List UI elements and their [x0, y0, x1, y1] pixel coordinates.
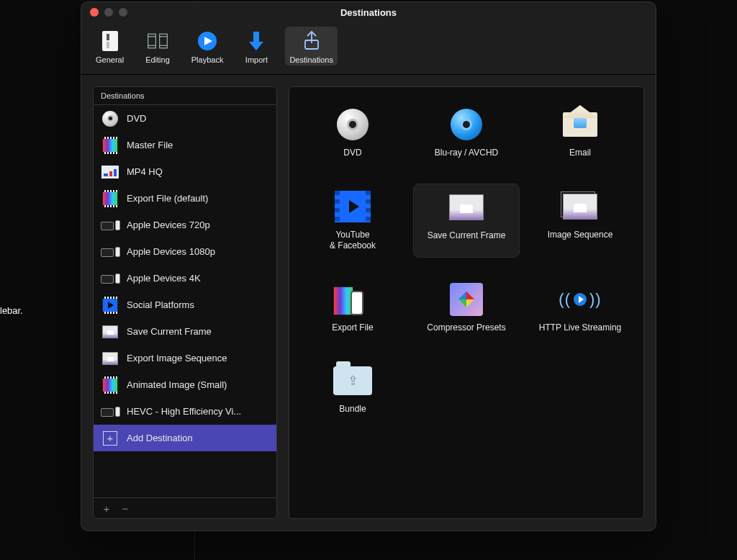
- devices-icon: [101, 217, 119, 234]
- tab-editing[interactable]: Editing: [141, 27, 174, 66]
- svg-rect-0: [102, 31, 118, 51]
- sidebar-item-hevc[interactable]: HEVC - High Efficiency Vi...: [94, 398, 276, 425]
- gallery-item-export-file[interactable]: Export File: [299, 276, 406, 340]
- preferences-window: Destinations General Editing Playback Im…: [81, 1, 656, 531]
- window-title: Destinations: [81, 7, 656, 18]
- plus-box-icon: +: [101, 430, 119, 447]
- import-icon: [245, 30, 268, 53]
- gallery-grid: DVD Blu-ray / AVCHD Email YouTube & Face…: [299, 101, 633, 421]
- sidebar-list: DVD Master File MP4 HQ Export File (defa…: [94, 105, 276, 498]
- sidebar-header: Destinations: [94, 87, 276, 105]
- tab-label: Import: [245, 55, 268, 64]
- tab-label: Editing: [145, 55, 170, 64]
- compressor-icon: [447, 282, 486, 317]
- svg-rect-2: [107, 42, 109, 48]
- sidebar-footer: + −: [94, 498, 276, 518]
- titlebar: Destinations: [81, 2, 656, 22]
- svg-rect-1: [107, 34, 109, 40]
- tab-general[interactable]: General: [91, 27, 128, 66]
- window-body: Destinations DVD Master File MP4 HQ Expo…: [81, 75, 656, 530]
- devices-icon: [101, 270, 119, 287]
- sidebar-item-label: Add Destination: [127, 433, 193, 443]
- svg-rect-11: [253, 32, 259, 42]
- destinations-icon: [300, 30, 323, 53]
- svg-rect-18: [114, 169, 117, 176]
- gallery-item-image-sequence[interactable]: Image Sequence: [527, 184, 633, 258]
- gallery-item-bluray[interactable]: Blu-ray / AVCHD: [413, 101, 520, 165]
- sidebar-item-label: Social Platforms: [127, 299, 194, 310]
- social-icon: [101, 297, 119, 314]
- sidebar-item-master-file[interactable]: Master File: [94, 132, 276, 158]
- svg-rect-17: [109, 171, 112, 176]
- bundle-icon: ⇪: [333, 363, 372, 398]
- tab-playback[interactable]: Playback: [187, 27, 228, 66]
- sidebar-item-export-image-sequence[interactable]: Export Image Sequence: [94, 345, 276, 371]
- sidebar-item-apple-4k[interactable]: Apple Devices 4K: [94, 265, 276, 292]
- sidebar-item-mp4-hq[interactable]: MP4 HQ: [94, 158, 276, 185]
- general-icon: [99, 30, 122, 53]
- gallery-item-youtube-facebook[interactable]: YouTube & Facebook: [299, 184, 406, 258]
- svg-rect-16: [104, 173, 108, 176]
- add-button[interactable]: +: [101, 502, 112, 514]
- devices-icon: [101, 403, 119, 420]
- gallery-item-label: DVD: [343, 148, 361, 159]
- gallery-item-label: Image Sequence: [548, 230, 613, 241]
- sidebar-item-label: HEVC - High Efficiency Vi...: [127, 406, 241, 417]
- email-icon: [561, 107, 600, 142]
- gallery-item-label: Email: [569, 148, 591, 159]
- tab-label: Destinations: [289, 55, 333, 64]
- sidebar-item-apple-720p[interactable]: Apple Devices 720p: [94, 212, 276, 238]
- gallery-item-compressor-presets[interactable]: Compressor Presets: [413, 276, 520, 340]
- devices-icon: [101, 243, 119, 261]
- sidebar-item-label: MP4 HQ: [127, 166, 163, 177]
- sidebar-item-animated-image[interactable]: Animated Image (Small): [94, 371, 276, 398]
- sidebar-item-save-current-frame[interactable]: Save Current Frame: [94, 318, 276, 345]
- gallery-item-label: Save Current Frame: [428, 230, 506, 242]
- sidebar-item-add-destination[interactable]: + Add Destination: [94, 425, 276, 451]
- sidebar-item-label: Apple Devices 720p: [127, 220, 210, 230]
- gallery-item-bundle[interactable]: ⇪ Bundle: [299, 358, 406, 421]
- sidebar-item-label: Save Current Frame: [127, 326, 212, 337]
- image-seq-icon: [561, 189, 600, 224]
- sidebar-item-label: Export Image Sequence: [127, 353, 227, 363]
- tab-label: Playback: [191, 55, 224, 64]
- export-file-icon: [333, 282, 372, 317]
- background-text: lebar.: [0, 305, 23, 316]
- sidebar-item-label: DVD: [127, 113, 146, 124]
- destinations-sidebar: Destinations DVD Master File MP4 HQ Expo…: [93, 86, 277, 519]
- toolbar: General Editing Playback Import Destinat…: [81, 22, 656, 75]
- remove-button[interactable]: −: [119, 502, 131, 514]
- youtube-fb-icon: [333, 189, 372, 224]
- sidebar-item-export-file-default[interactable]: Export File (default): [94, 185, 276, 212]
- destinations-gallery: DVD Blu-ray / AVCHD Email YouTube & Face…: [289, 86, 644, 519]
- gallery-item-label: YouTube & Facebook: [330, 230, 376, 252]
- sidebar-item-label: Master File: [127, 140, 173, 150]
- frame-thumb-icon: [101, 323, 119, 340]
- mp4-icon: [101, 163, 119, 181]
- dvd-disc-icon: [101, 110, 119, 127]
- sidebar-item-label: Export File (default): [127, 193, 208, 204]
- dvd-disc-icon: [333, 107, 372, 142]
- playback-icon: [196, 30, 219, 53]
- filmstrip-icon: [101, 190, 119, 207]
- gallery-item-label: Bundle: [339, 404, 366, 415]
- gallery-item-dvd[interactable]: DVD: [299, 101, 406, 165]
- hls-icon: (()): [561, 282, 600, 317]
- svg-marker-12: [249, 42, 263, 50]
- editing-icon: [146, 30, 169, 53]
- tab-import[interactable]: Import: [240, 27, 272, 66]
- sidebar-item-dvd[interactable]: DVD: [94, 105, 276, 132]
- gallery-item-http-live-streaming[interactable]: (()) HTTP Live Streaming: [527, 276, 633, 340]
- sidebar-item-apple-1080p[interactable]: Apple Devices 1080p: [94, 238, 276, 265]
- gallery-item-email[interactable]: Email: [527, 101, 633, 165]
- sidebar-item-social-platforms[interactable]: Social Platforms: [94, 292, 276, 318]
- gallery-item-save-current-frame[interactable]: Save Current Frame: [413, 184, 520, 258]
- frame-thumb-icon: [101, 350, 119, 367]
- tab-destinations[interactable]: Destinations: [285, 27, 338, 66]
- sidebar-item-label: Apple Devices 1080p: [127, 246, 215, 257]
- frame-thumb-icon: [447, 190, 486, 225]
- filmstrip-icon: [101, 376, 119, 394]
- gallery-item-label: Compressor Presets: [427, 322, 505, 334]
- gallery-item-label: Blu-ray / AVCHD: [435, 148, 498, 159]
- gallery-item-label: HTTP Live Streaming: [539, 322, 622, 334]
